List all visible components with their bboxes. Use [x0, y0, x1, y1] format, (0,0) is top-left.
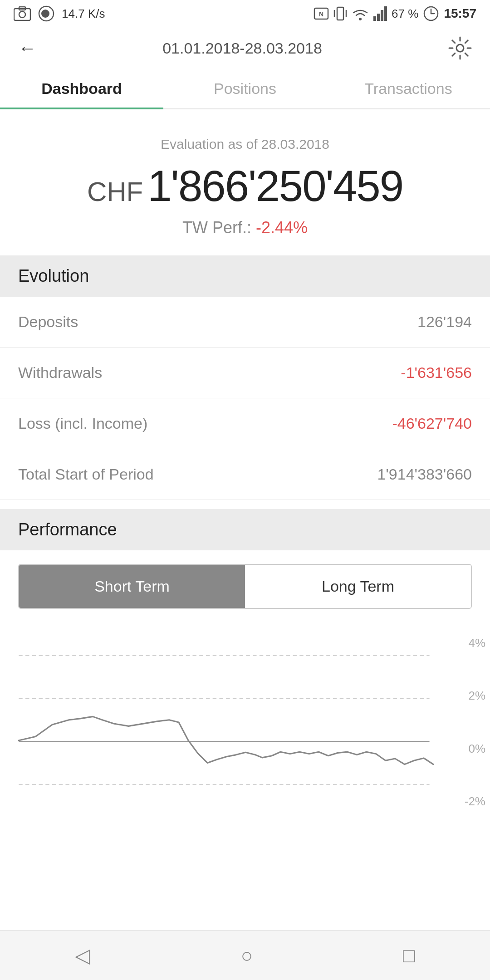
nav-home-button[interactable]: ○ [240, 944, 253, 967]
total-value: 1'914'383'660 [377, 466, 472, 483]
performance-chart-wrapper: 4% 2% 0% -2% [0, 622, 490, 822]
signal-icon [373, 6, 387, 21]
nav-back-button[interactable]: ◁ [75, 944, 90, 967]
back-button[interactable]: ← [18, 38, 36, 59]
y-label-0: 0% [468, 742, 485, 756]
chart-line [19, 716, 433, 764]
tw-perf-label: TW Perf.: [182, 218, 251, 237]
loss-label: Loss (incl. Income) [18, 415, 147, 432]
svg-rect-14 [384, 6, 387, 21]
performance-toggle: Short Term Long Term [18, 564, 472, 609]
withdrawals-label: Withdrawals [18, 364, 102, 382]
total-label: Total Start of Period [18, 466, 154, 483]
nav-recent-button[interactable]: □ [403, 944, 415, 967]
performance-section-header: Performance [0, 509, 490, 550]
nfc-icon: N [314, 7, 329, 20]
evaluation-date: Evaluation as of 28.03.2018 [18, 137, 472, 152]
svg-rect-12 [377, 14, 380, 21]
status-bar-left: 14.7 K/s [14, 5, 105, 22]
vibrate-icon [333, 5, 347, 22]
evolution-section-header: Evolution [0, 255, 490, 297]
tw-perf-value: -2.44% [256, 218, 308, 237]
tab-transactions[interactable]: Transactions [327, 69, 490, 108]
main-content: Evaluation as of 28.03.2018 CHF1'866'250… [0, 109, 490, 822]
status-icons: N 67 % 15:57 [314, 5, 476, 22]
evaluation-section: Evaluation as of 28.03.2018 CHF1'866'250… [0, 109, 490, 255]
svg-rect-13 [381, 10, 383, 21]
status-bar: 14.7 K/s N 67 % [0, 0, 490, 27]
bottom-navigation: ◁ ○ □ [0, 930, 490, 980]
evolution-row-loss: Loss (incl. Income) -46'627'740 [0, 398, 490, 449]
svg-rect-11 [373, 16, 376, 21]
svg-point-1 [19, 11, 25, 18]
tab-positions[interactable]: Positions [163, 69, 327, 108]
moon-icon [38, 5, 54, 22]
photo-icon [14, 6, 31, 21]
battery-percent: 67 % [392, 7, 418, 21]
chart-svg [18, 632, 449, 813]
battery-icon [423, 5, 439, 22]
svg-point-18 [456, 44, 464, 52]
y-label-2: 2% [468, 689, 485, 703]
evaluation-value-row: CHF1'866'250'459 [18, 161, 472, 211]
evolution-section: Evolution Deposits 126'194 Withdrawals -… [0, 255, 490, 500]
y-label-neg2: -2% [465, 794, 485, 808]
long-term-button[interactable]: Long Term [245, 565, 471, 608]
evaluation-performance: TW Perf.: -2.44% [18, 218, 472, 237]
date-range: 01.01.2018-28.03.2018 [36, 39, 448, 57]
performance-section: Performance Short Term Long Term [0, 509, 490, 822]
evolution-row-total: Total Start of Period 1'914'383'660 [0, 449, 490, 500]
clock-time: 15:57 [444, 6, 476, 21]
tab-dashboard[interactable]: Dashboard [0, 69, 163, 108]
svg-text:N: N [319, 10, 323, 18]
settings-button[interactable] [448, 36, 472, 60]
svg-point-4 [41, 10, 49, 18]
svg-rect-7 [337, 7, 343, 20]
short-term-button[interactable]: Short Term [19, 565, 245, 608]
evaluation-currency: CHF [87, 176, 143, 207]
performance-chart [18, 632, 449, 813]
withdrawals-value: -1'631'656 [401, 364, 472, 382]
evaluation-amount: 1'866'250'459 [147, 162, 403, 210]
network-speed: 14.7 K/s [62, 7, 105, 21]
evolution-row-deposits: Deposits 126'194 [0, 297, 490, 348]
deposits-value: 126'194 [417, 313, 472, 331]
wifi-icon [352, 6, 369, 21]
loss-value: -46'627'740 [392, 415, 472, 432]
tab-bar: Dashboard Positions Transactions [0, 69, 490, 109]
y-label-4: 4% [468, 636, 485, 650]
svg-point-10 [359, 18, 362, 20]
evolution-row-withdrawals: Withdrawals -1'631'656 [0, 348, 490, 398]
header: ← 01.01.2018-28.03.2018 [0, 27, 490, 60]
chart-y-labels: 4% 2% 0% -2% [449, 632, 485, 813]
deposits-label: Deposits [18, 313, 78, 331]
